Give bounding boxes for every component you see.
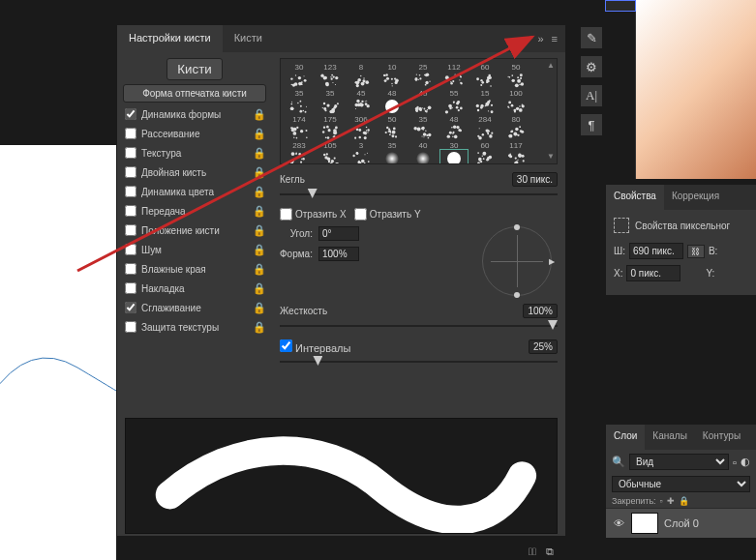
setting-protect-texture[interactable]: Защита текстуры🔒 bbox=[123, 317, 266, 337]
brush-preset[interactable]: 48 bbox=[378, 89, 407, 115]
tab-channels[interactable]: Каналы bbox=[645, 425, 695, 450]
roundness-input[interactable] bbox=[318, 247, 359, 261]
brush-preset[interactable]: 306 bbox=[347, 115, 376, 141]
brush-preset[interactable]: 45 bbox=[347, 89, 376, 115]
lock-pixels-icon[interactable]: ▫ bbox=[660, 496, 663, 506]
layer-name[interactable]: Слой 0 bbox=[664, 517, 699, 529]
setting-color-dynamics[interactable]: Динамика цвета🔒 bbox=[123, 182, 266, 201]
brush-preset[interactable]: 174 bbox=[285, 115, 314, 141]
checkbox-smoothing[interactable] bbox=[125, 302, 136, 313]
document-canvas[interactable] bbox=[0, 145, 116, 560]
brush-preset[interactable]: 35 bbox=[285, 89, 314, 115]
brush-preset-grid[interactable]: ▲ ▼ 30123810251126050 35354548455515100 … bbox=[280, 58, 558, 164]
collapse-icon[interactable]: » bbox=[537, 33, 543, 44]
brush-preset[interactable]: 60 bbox=[470, 141, 499, 164]
setting-scattering[interactable]: Рассеивание🔒 bbox=[123, 124, 266, 143]
layer-thumbnail[interactable] bbox=[631, 513, 658, 534]
spacing-checkbox[interactable]: Интервалы bbox=[280, 339, 350, 354]
width-input[interactable] bbox=[629, 243, 683, 259]
brush-preset[interactable]: 175 bbox=[316, 115, 345, 141]
size-slider[interactable] bbox=[280, 187, 558, 202]
link-wh-icon[interactable]: ⛓ bbox=[687, 245, 705, 258]
spacing-value[interactable]: 25% bbox=[529, 339, 558, 354]
brushes-button[interactable]: Кисти bbox=[166, 58, 222, 80]
brush-preset[interactable]: 10 bbox=[378, 63, 407, 89]
brush-preset[interactable]: 100 bbox=[501, 89, 530, 115]
paragraph-panel-icon[interactable]: ¶ bbox=[581, 114, 602, 135]
brush-preset[interactable]: 35 bbox=[408, 115, 438, 141]
brush-preset[interactable]: 80 bbox=[501, 115, 530, 141]
brush-preset[interactable]: 283 bbox=[285, 141, 314, 164]
brush-preset[interactable]: 25 bbox=[408, 63, 438, 89]
brush-preset[interactable]: 50 bbox=[501, 63, 530, 89]
setting-noise[interactable]: Шум🔒 bbox=[123, 240, 266, 259]
brush-preset[interactable]: 35 bbox=[316, 89, 345, 115]
brush-preset[interactable]: 123 bbox=[316, 63, 345, 89]
checkbox-scattering[interactable] bbox=[125, 128, 136, 139]
adjustments-panel-icon[interactable]: ⚙ bbox=[581, 56, 602, 77]
setting-wet-edges[interactable]: Влажные края🔒 bbox=[123, 259, 266, 279]
setting-texture[interactable]: Текстура🔒 bbox=[123, 143, 266, 162]
flip-x-checkbox[interactable]: Отразить X bbox=[280, 208, 347, 221]
tab-adjustments[interactable]: Коррекция bbox=[664, 185, 727, 210]
scroll-up-icon[interactable]: ▲ bbox=[546, 61, 556, 71]
brush-tip-shape-button[interactable]: Форма отпечатка кисти bbox=[123, 84, 266, 103]
new-preset-icon[interactable]: ⧉ bbox=[546, 545, 554, 558]
x-input[interactable] bbox=[626, 265, 680, 281]
brush-preset[interactable]: 30 bbox=[285, 63, 314, 89]
setting-buildup[interactable]: Накладка🔒 bbox=[123, 279, 266, 298]
checkbox-color-dynamics[interactable] bbox=[125, 186, 136, 197]
angle-dial[interactable]: ▶ bbox=[482, 226, 552, 296]
tab-layers[interactable]: Слои bbox=[606, 425, 645, 450]
lock-position-icon[interactable]: ✚ bbox=[667, 496, 675, 506]
tab-properties[interactable]: Свойства bbox=[606, 185, 664, 210]
scroll-down-icon[interactable]: ▼ bbox=[546, 152, 556, 162]
filter-adjustments-icon[interactable]: ◐ bbox=[741, 456, 750, 468]
brush-preset[interactable]: 8 bbox=[347, 63, 376, 89]
layer-item[interactable]: 👁 Слой 0 bbox=[606, 508, 756, 538]
checkbox-texture[interactable] bbox=[125, 147, 136, 159]
checkbox-noise[interactable] bbox=[125, 244, 136, 255]
setting-shape-dynamics[interactable]: Динамика формы🔒 bbox=[123, 104, 266, 124]
brush-preset[interactable]: 45 bbox=[408, 89, 438, 115]
hardness-slider[interactable] bbox=[280, 318, 558, 334]
lock-icon[interactable]: 🔒 bbox=[253, 263, 264, 275]
checkbox-buildup[interactable] bbox=[125, 282, 136, 294]
brush-preset[interactable]: 55 bbox=[439, 89, 469, 115]
setting-dual-brush[interactable]: Двойная кисть🔒 bbox=[123, 162, 266, 182]
character-panel-icon[interactable]: A| bbox=[581, 85, 602, 106]
brush-preset[interactable]: 112 bbox=[439, 63, 469, 89]
lock-icon[interactable]: 🔒 bbox=[253, 205, 264, 217]
brush-preset[interactable]: 30 bbox=[439, 141, 469, 164]
lock-icon[interactable]: 🔒 bbox=[253, 224, 264, 236]
angle-input[interactable] bbox=[318, 226, 359, 241]
setting-transfer[interactable]: Передача🔒 bbox=[123, 201, 266, 221]
hardness-value[interactable]: 100% bbox=[523, 304, 558, 318]
brush-preset[interactable]: 50 bbox=[378, 115, 407, 141]
checkbox-transfer[interactable] bbox=[125, 205, 136, 217]
visibility-icon[interactable]: 👁 bbox=[612, 517, 625, 529]
lock-icon[interactable]: 🔒 bbox=[253, 128, 264, 139]
checkbox-wet-edges[interactable] bbox=[125, 263, 136, 275]
color-picker[interactable] bbox=[635, 0, 756, 179]
brush-preset[interactable]: 284 bbox=[470, 115, 499, 141]
brush-preset[interactable]: 60 bbox=[470, 63, 499, 89]
brush-preset[interactable]: 40 bbox=[408, 141, 438, 164]
tab-paths[interactable]: Контуры bbox=[695, 425, 748, 450]
checkbox-protect-texture[interactable] bbox=[125, 321, 136, 333]
lock-icon[interactable]: 🔒 bbox=[253, 186, 264, 197]
brush-preset[interactable]: 35 bbox=[378, 141, 407, 164]
layer-filter-select[interactable]: Вид bbox=[629, 454, 729, 470]
checkbox-shape-dynamics[interactable] bbox=[125, 108, 136, 120]
filter-pixels-icon[interactable]: ▫ bbox=[733, 457, 737, 468]
spacing-slider[interactable] bbox=[280, 354, 558, 369]
brush-preset[interactable]: 3 bbox=[347, 141, 376, 164]
preview-toggle-icon[interactable]: ◉⃕ bbox=[529, 545, 536, 557]
brush-preset[interactable]: 48 bbox=[439, 115, 469, 141]
lock-icon[interactable]: 🔒 bbox=[253, 244, 264, 255]
lock-icon[interactable]: 🔒 bbox=[253, 282, 264, 294]
tab-brush-settings[interactable]: Настройки кисти bbox=[117, 25, 223, 52]
checkbox-dual-brush[interactable] bbox=[125, 166, 136, 178]
lock-icon[interactable]: 🔒 bbox=[253, 302, 264, 313]
lock-all-icon[interactable]: 🔒 bbox=[679, 496, 689, 506]
